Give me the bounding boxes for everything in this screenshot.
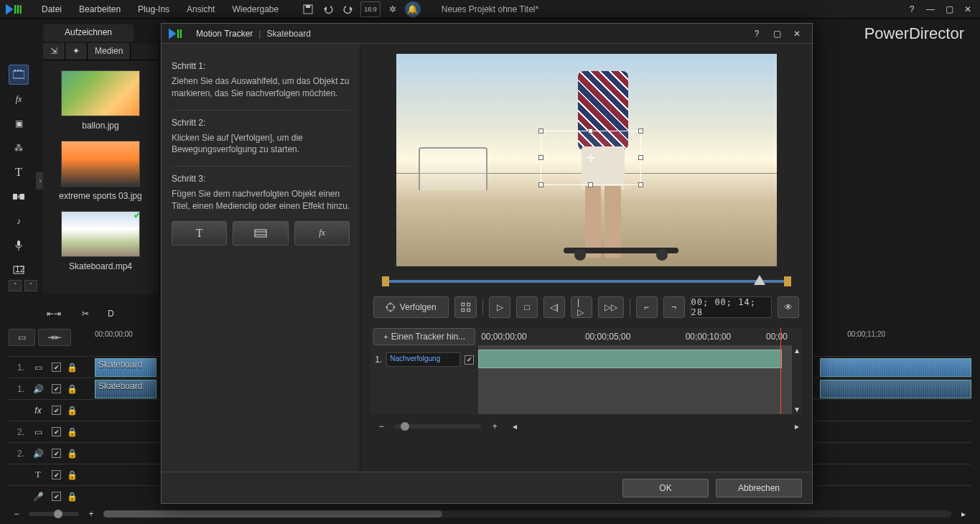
menu-plugins[interactable]: Plug-Ins [131,1,177,17]
menu-playback[interactable]: Wiedergabe [225,1,286,17]
help-icon[interactable]: ? [904,1,920,17]
prev-frame-icon[interactable]: ◁| [543,296,565,318]
record-tab[interactable]: Aufzeichnen [43,24,134,42]
audio-room-icon[interactable]: ♪ [9,211,29,231]
seek-bar[interactable] [382,276,791,286]
media-item[interactable]: ✔ Skateboard.mp4 [43,211,158,271]
next-frame-icon[interactable]: |▷ [571,296,592,318]
zoom-slider[interactable] [29,512,79,516]
dialog-close-icon[interactable]: ✕ [789,26,805,42]
cancel-button[interactable]: Abbrechen [716,479,802,497]
scroll-right-icon[interactable]: ▸ [956,506,971,522]
horizontal-scrollbar[interactable] [103,510,951,518]
tracker-selection-box[interactable]: ✛ [541,131,641,185]
audio-track-icon[interactable]: 🔊 [30,381,46,397]
tracker-zoom-out-icon[interactable]: − [373,418,389,434]
track-visible-checkbox[interactable]: ✔ [52,406,61,415]
timeline-mode-a-icon[interactable]: ▭ [9,329,35,346]
transition-room-icon[interactable] [9,187,29,207]
trim-width-icon[interactable]: ⇤⇥ [45,304,63,323]
import-tab-icon[interactable]: ⇲ [43,43,65,60]
panel-collapse-up-icon[interactable]: ˄ [9,280,22,291]
chapter-room-icon[interactable]: 123 [9,260,29,280]
media-item[interactable]: extreme sports 03.jpg [43,141,158,201]
lock-icon[interactable]: 🔒 [67,406,78,416]
lock-icon[interactable]: 🔒 [67,384,78,394]
video-clip[interactable]: Skateboard [95,358,157,377]
ok-button[interactable]: OK [622,479,709,497]
lock-icon[interactable]: 🔒 [67,470,78,480]
add-effect-button[interactable]: fx [294,221,350,245]
pip-room-icon[interactable]: ▣ [9,113,29,134]
fx-track-icon[interactable]: fx [30,403,46,418]
media-tab[interactable]: Medien [88,43,131,60]
tracker-enable-checkbox[interactable]: ✔ [465,355,474,365]
media-item[interactable]: ballon.jpg [43,70,158,131]
tracker-clip[interactable] [478,350,782,368]
tracker-playhead[interactable] [780,328,781,414]
audio-clip[interactable]: Skateboard [95,380,157,398]
voice-track-icon[interactable]: 🎤 [30,489,46,505]
timeline-mode-b-icon[interactable]: ⇥⇤ [38,329,71,346]
preview-quality-icon[interactable]: 👁 [778,296,799,318]
close-icon[interactable]: ✕ [960,1,976,17]
media-room-icon[interactable] [9,65,29,85]
zoom-out-icon[interactable]: − [9,506,24,522]
aspect-ratio-button[interactable]: 16:9 [360,1,381,17]
plugin-tab-icon[interactable]: ✦ [65,43,88,60]
menu-view[interactable]: Ansicht [179,1,222,17]
tracker-label-input[interactable]: Nachverfolgung [386,352,460,367]
track-button[interactable]: Verfolgen [373,296,448,318]
add-tracker-button[interactable]: +Einen Tracker hin... [373,328,475,345]
mark-in-icon[interactable]: ⌐ [636,296,658,318]
stop-icon[interactable]: □ [516,296,538,318]
lock-icon[interactable]: 🔒 [67,427,78,437]
playhead-icon[interactable] [754,275,765,285]
lock-icon[interactable]: 🔒 [67,449,78,459]
track-visible-checkbox[interactable]: ✔ [52,492,61,501]
tracker-scroll-left-icon[interactable]: ◂ [513,421,517,431]
add-title-button[interactable]: T [172,221,227,245]
title-track-icon[interactable]: T [30,467,46,483]
settings-gear-icon[interactable]: ✲ [385,1,401,17]
video-preview[interactable]: ✛ [396,54,777,266]
scissors-icon[interactable]: ✂ [76,304,95,323]
lock-icon[interactable]: 🔒 [67,492,78,502]
minimize-icon[interactable]: — [923,1,938,17]
fast-forward-icon[interactable]: ▷▷ [598,296,623,318]
tracker-timeline-body[interactable]: 00;00;00;00 00;00;05;00 00;00;10;00 00;0… [478,328,802,414]
track-visible-checkbox[interactable]: ✔ [52,427,61,436]
voice-room-icon[interactable] [9,235,29,256]
video-clip[interactable] [820,358,971,377]
track-visible-checkbox[interactable]: ✔ [52,362,61,372]
audio-clip[interactable] [820,380,971,398]
redo-icon[interactable] [340,1,356,17]
video-track-icon[interactable]: ▭ [30,424,46,440]
lock-icon[interactable]: 🔒 [67,362,78,373]
track-visible-checkbox[interactable]: ✔ [52,449,61,458]
particle-room-icon[interactable]: ⁂ [9,138,29,158]
tracker-zoom-slider[interactable] [395,424,481,429]
undo-icon[interactable] [320,1,336,17]
video-track-icon[interactable]: ▭ [30,360,46,375]
dialog-help-icon[interactable]: ? [749,26,765,42]
mark-out-icon[interactable]: ¬ [663,296,685,318]
save-icon[interactable] [300,1,316,17]
dialog-maximize-icon[interactable]: ▢ [769,26,785,42]
zoom-in-icon[interactable]: + [83,506,99,522]
play-icon[interactable]: ▷ [489,296,510,318]
timecode-display[interactable]: 00; 00; 14; 28 [691,296,773,318]
menu-edit[interactable]: Bearbeiten [72,1,128,17]
tracker-scroll-right-icon[interactable]: ▸ [795,421,799,431]
notification-bell-icon[interactable]: 🔔 [405,1,421,17]
audio-track-icon[interactable]: 🔊 [30,446,46,462]
add-media-button[interactable] [233,221,288,245]
track-visible-checkbox[interactable]: ✔ [52,384,61,393]
track-visible-checkbox[interactable]: ✔ [52,470,61,479]
panel-expand-down-icon[interactable]: ˅ [24,280,37,291]
menu-file[interactable]: Datei [34,1,69,17]
title-room-icon[interactable]: T [9,162,29,182]
tracker-vertical-scrollbar[interactable]: ▴▾ [792,345,802,414]
maximize-icon[interactable]: ▢ [941,1,957,17]
fx-room-icon[interactable]: fx [9,89,29,109]
